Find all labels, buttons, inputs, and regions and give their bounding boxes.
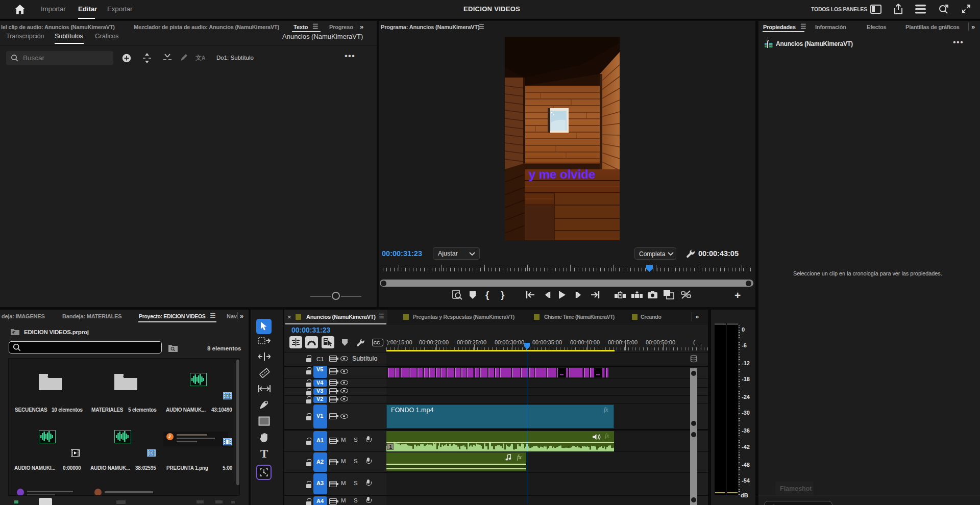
svg-text:y me olvide: y me olvide bbox=[529, 167, 596, 181]
